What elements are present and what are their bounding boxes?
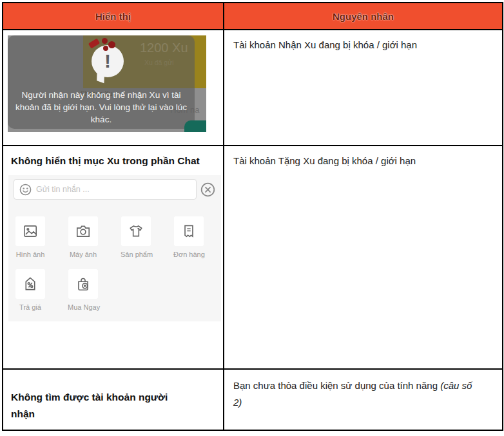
confirm-button-cropped <box>184 120 206 132</box>
table-row: 1200 Xu Xu đã gửi Shopee Xu Hôm na Người… <box>3 30 503 146</box>
coin-icon <box>103 46 108 51</box>
row3-display-cell: Không tìm được tài khoản người nhận <box>3 369 224 430</box>
tshirt-icon <box>121 216 151 246</box>
image-icon <box>15 216 45 246</box>
row2-cause-cell: Tài khoản Tặng Xu đang bị khóa / giới hạ… <box>224 146 503 369</box>
smiley-icon <box>19 183 32 196</box>
chat-option-label: Trả giá <box>15 303 46 311</box>
xu-error-toast-screenshot: 1200 Xu Xu đã gửi Shopee Xu Hôm na Người… <box>8 35 206 132</box>
issue-heading: Không hiển thị mục Xu trong phần Chat <box>11 153 201 169</box>
coin-icon <box>102 38 108 44</box>
exclamation-mark: ! <box>104 50 111 71</box>
table-header-row: Hiển thị Nguyên nhân <box>3 3 503 30</box>
column-header-cause: Nguyên nhân <box>224 3 503 30</box>
chat-option-buy-now: Mua Ngay <box>68 269 121 311</box>
chat-option-camera: Máy ảnh <box>68 216 121 258</box>
close-circle-icon <box>200 182 216 198</box>
table-row: Không tìm được tài khoản người nhận Bạn … <box>3 369 503 430</box>
coin-icon <box>108 41 115 48</box>
row1-cause-cell: Tài khoản Nhận Xu đang bị khóa / giới hạ… <box>224 30 503 146</box>
column-header-display: Hiển thị <box>3 3 224 30</box>
chat-option-order: Đơn hàng <box>173 216 226 258</box>
issue-heading: Không tìm được tài khoản người nhận <box>11 389 185 422</box>
chat-option-product: Sản phẩm <box>121 216 173 258</box>
chat-option-label: Đơn hàng <box>173 251 204 258</box>
chat-option-label: Mua Ngay <box>68 303 99 311</box>
chat-option-image: Hình ảnh <box>15 216 68 258</box>
cause-text: Bạn chưa thỏa điều kiện sử dụng của tính… <box>233 380 438 391</box>
cause-text: Tài khoản Nhận Xu đang bị khóa / giới hạ… <box>233 39 417 50</box>
camera-icon <box>68 216 98 246</box>
bag-plus-icon <box>68 269 98 299</box>
chat-option-label: Sản phẩm <box>121 251 151 258</box>
chat-option-bargain: Trả giá <box>15 269 68 311</box>
receipt-icon <box>174 216 204 246</box>
chat-message-input: Gửi tin nhắn ... <box>14 179 197 200</box>
table-row: Không hiển thị mục Xu trong phần Chat <box>3 146 503 369</box>
row3-cause-cell: Bạn chưa thỏa điều kiện sử dụng của tính… <box>224 369 503 430</box>
chat-option-label: Hình ảnh <box>15 251 46 258</box>
row1-display-cell: 1200 Xu Xu đã gửi Shopee Xu Hôm na Người… <box>3 30 224 146</box>
error-toast-message: Người nhận này không thể nhận Xu vì tài … <box>15 89 187 126</box>
chat-option-label: Máy ảnh <box>68 251 99 258</box>
help-table: Hiển thị Nguyên nhân 1200 Xu Xu đã gửi S… <box>2 2 503 431</box>
cause-text: Tài khoản Tặng Xu đang bị khóa / giới hạ… <box>233 155 416 166</box>
row2-display-cell: Không hiển thị mục Xu trong phần Chat <box>3 146 224 369</box>
chat-screenshot: Gửi tin nhắn ... <box>8 175 221 321</box>
chat-input-placeholder: Gửi tin nhắn ... <box>36 185 90 194</box>
discount-tag-icon <box>15 269 45 299</box>
chat-options-grid: Hình ảnh Máy ảnh <box>15 216 221 311</box>
